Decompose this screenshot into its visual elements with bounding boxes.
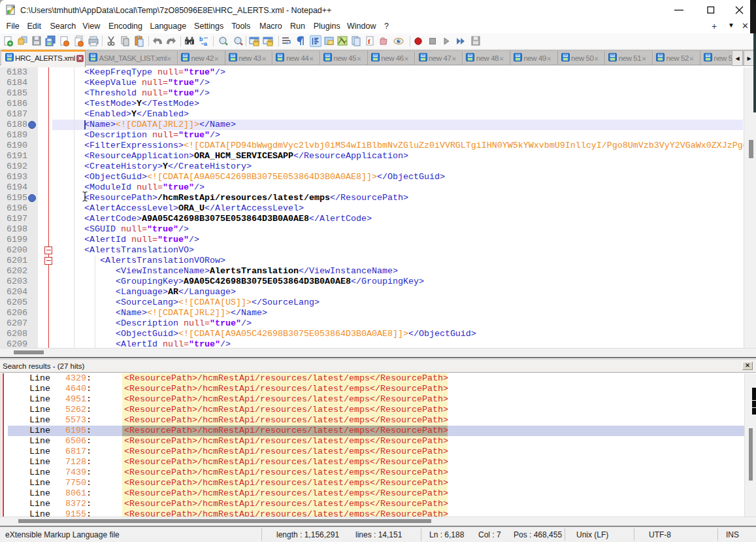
- svg-text:f: f: [368, 37, 370, 45]
- svg-text:b: b: [199, 36, 203, 42]
